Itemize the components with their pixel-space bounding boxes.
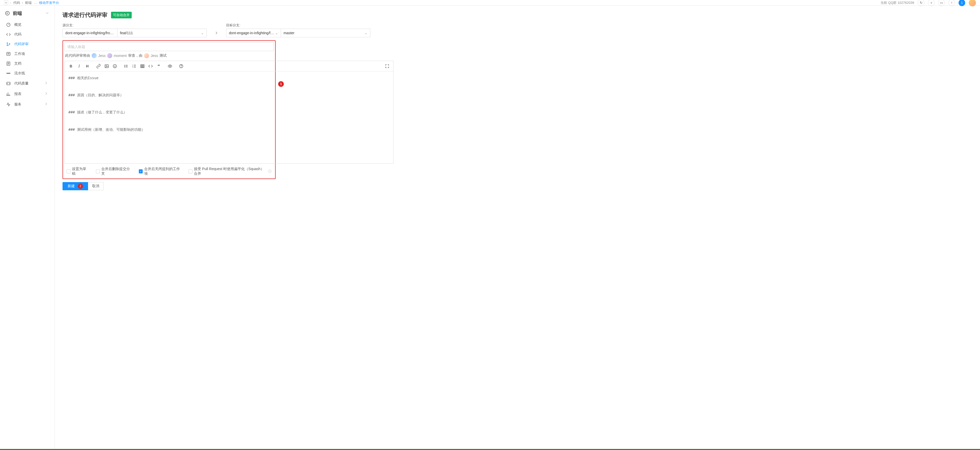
breadcrumb-item[interactable]: 代码 bbox=[13, 0, 20, 5]
sidebar-item-services[interactable]: 服务 bbox=[0, 99, 55, 110]
italic-button[interactable]: I bbox=[76, 62, 83, 70]
close-workitems-checkbox[interactable]: 合并后关闭提到的工作项 bbox=[139, 167, 181, 176]
image-button[interactable] bbox=[103, 62, 110, 70]
sidebar-item-label: 工作项 bbox=[14, 52, 25, 56]
monitor-icon[interactable]: ▭ bbox=[938, 0, 945, 6]
chart-icon bbox=[6, 92, 11, 96]
review-suffix: 测试 bbox=[159, 53, 167, 58]
help-icon[interactable]: ⓘ bbox=[268, 169, 272, 174]
source-branch-select[interactable]: feat/111 ⌄ bbox=[118, 29, 207, 37]
sidebar-item-label: 概览 bbox=[14, 22, 21, 27]
avatar-icon bbox=[107, 53, 112, 58]
target-branch-select[interactable]: master ⌄ bbox=[281, 29, 370, 37]
bottom-accent-bar bbox=[0, 449, 980, 450]
svg-point-4 bbox=[9, 43, 10, 44]
chevron-down-icon[interactable] bbox=[45, 11, 49, 16]
breadcrumb-item[interactable]: 前端 bbox=[25, 0, 32, 5]
button-label: 新建 bbox=[68, 184, 75, 188]
sidebar-item-overview[interactable]: 概览 bbox=[0, 20, 55, 30]
fullscreen-button[interactable] bbox=[383, 62, 391, 70]
preview-button[interactable] bbox=[166, 62, 173, 70]
annotation-badge-2: 2 bbox=[78, 184, 83, 189]
action-row: 新建 2 取消 bbox=[62, 182, 397, 190]
svg-point-2 bbox=[7, 43, 8, 43]
source-repo-select[interactable]: dont-engage-in-infighting/front-end bbox=[62, 29, 118, 37]
sidebar-item-docs[interactable]: 文档 bbox=[0, 59, 55, 69]
svg-rect-11 bbox=[105, 65, 108, 68]
chevron-right-icon bbox=[44, 102, 48, 107]
emoji-button[interactable] bbox=[111, 62, 118, 70]
ol-button[interactable]: 123 bbox=[130, 62, 138, 70]
heading-button[interactable]: H bbox=[84, 62, 91, 70]
ul-button[interactable] bbox=[123, 62, 130, 70]
link-button[interactable] bbox=[95, 62, 102, 70]
svg-rect-22 bbox=[141, 65, 144, 68]
chevron-right-icon bbox=[44, 91, 48, 97]
editor-textarea[interactable]: ### 相关的Issue ### 原因（目的、解决的问题等） ### 描述（做了… bbox=[65, 72, 393, 163]
arrow-right-icon bbox=[211, 29, 221, 37]
svg-point-3 bbox=[7, 45, 8, 46]
tester-name[interactable]: Jess bbox=[151, 54, 158, 58]
chevron-down-icon: ⌄ bbox=[364, 31, 368, 35]
quote-button[interactable]: “ bbox=[155, 62, 162, 70]
sidebar-item-label: 报表 bbox=[14, 92, 21, 96]
sidebar-item-code[interactable]: 代码 bbox=[0, 30, 55, 39]
source-repo-value: dont-engage-in-infighting/front-end bbox=[65, 31, 115, 35]
help-button[interactable] bbox=[178, 62, 185, 70]
back-circle-icon[interactable] bbox=[5, 11, 10, 16]
svg-point-23 bbox=[169, 65, 171, 67]
create-button[interactable]: 新建 2 bbox=[62, 182, 88, 190]
draft-checkbox[interactable]: 设置为草稿 bbox=[67, 167, 89, 176]
table-button[interactable] bbox=[139, 62, 146, 70]
checkbox-label: 合并后关闭提到的工作项 bbox=[144, 167, 181, 176]
plus-icon[interactable]: ＋ bbox=[928, 0, 935, 6]
sidebar-item-pipeline[interactable]: 流水线 bbox=[0, 69, 55, 78]
delete-branch-checkbox[interactable]: 合并后删除提交分支 bbox=[96, 167, 132, 176]
top-bar: ≡ ‹ 代码 › 前端 … 移动开发平台 当前 QQ群 102762039 ↻ … bbox=[0, 0, 980, 6]
svg-point-15 bbox=[115, 65, 116, 66]
svg-point-16 bbox=[124, 65, 125, 65]
notification-badge[interactable]: 1 bbox=[959, 0, 965, 6]
sidebar: 前端 概览 代码 代码评审 bbox=[0, 6, 55, 450]
editor-toolbar: B I H 123 “ bbox=[65, 61, 393, 72]
chevron-down-icon: ⌄ bbox=[201, 31, 204, 35]
source-branch-value: feat/111 bbox=[120, 31, 201, 35]
checkbox-icon bbox=[67, 169, 70, 173]
reviewer-name[interactable]: Jess bbox=[98, 54, 106, 58]
target-branch-value: master bbox=[283, 31, 364, 35]
refresh-icon[interactable]: ↻ bbox=[918, 0, 924, 6]
target-repo-select[interactable]: dont-engage-in-infighting/front-end ⌄ bbox=[226, 29, 281, 37]
branch-selector-row: 源分支: dont-engage-in-infighting/front-end… bbox=[62, 23, 397, 37]
source-branch-label: 源分支: bbox=[62, 23, 207, 27]
sidebar-item-label: 代码 bbox=[14, 32, 21, 37]
avatar-icon bbox=[92, 53, 97, 58]
codeblock-button[interactable] bbox=[147, 62, 154, 70]
svg-point-17 bbox=[124, 66, 125, 66]
user-avatar[interactable] bbox=[969, 0, 976, 6]
branch-icon bbox=[6, 42, 11, 46]
reviewer-name[interactable]: moment bbox=[114, 54, 127, 58]
svg-point-8 bbox=[8, 73, 9, 74]
bold-button[interactable]: B bbox=[67, 62, 75, 70]
code-icon bbox=[6, 32, 11, 37]
page-title: 请求进行代码评审 bbox=[62, 11, 107, 19]
breadcrumb-sep: … bbox=[34, 1, 37, 5]
sidebar-item-code-quality[interactable]: 代码质量 bbox=[0, 78, 55, 89]
svg-point-13 bbox=[113, 64, 117, 68]
breadcrumb-link[interactable]: 移动开发平台 bbox=[39, 0, 59, 5]
review-mid: 审查，由 bbox=[128, 53, 142, 58]
squash-checkbox[interactable]: 接受 Pull Request 时使用扁平化（Squash）合并 ⓘ bbox=[189, 167, 272, 176]
sidebar-header: 前端 bbox=[0, 9, 55, 20]
sidebar-item-reports[interactable]: 报表 bbox=[0, 89, 55, 99]
sidebar-item-label: 文档 bbox=[14, 61, 21, 66]
idea-icon[interactable]: ♀ bbox=[948, 0, 955, 6]
hamburger-icon[interactable]: ≡ bbox=[4, 0, 8, 5]
button-label: 取消 bbox=[92, 184, 99, 188]
sidebar-item-code-review[interactable]: 代码评审 bbox=[0, 39, 55, 49]
title-input[interactable] bbox=[65, 42, 274, 51]
cancel-button[interactable]: 取消 bbox=[88, 182, 103, 190]
sidebar-item-work-items[interactable]: 工作项 bbox=[0, 49, 55, 59]
svg-point-7 bbox=[6, 73, 7, 74]
target-branch-label: 目标分支: bbox=[226, 23, 370, 27]
svg-point-9 bbox=[10, 73, 10, 74]
